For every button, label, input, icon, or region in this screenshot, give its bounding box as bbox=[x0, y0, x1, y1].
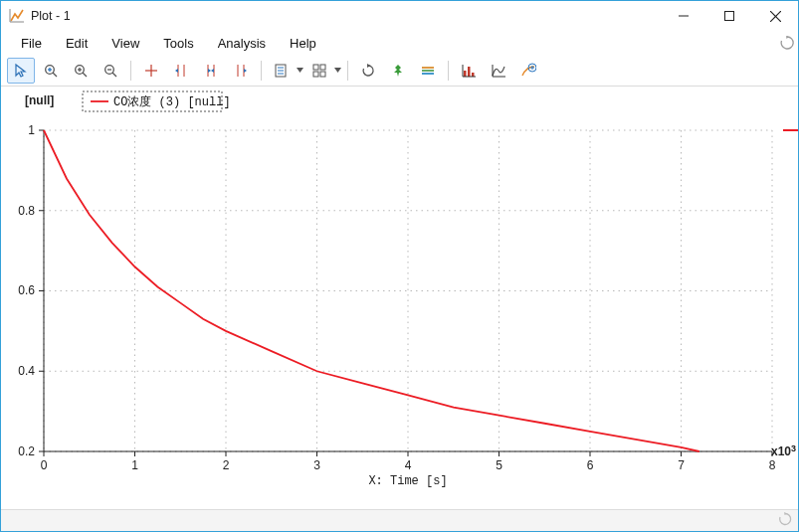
svg-marker-40 bbox=[367, 64, 371, 68]
svg-marker-29 bbox=[244, 69, 247, 73]
svg-marker-34 bbox=[297, 68, 303, 73]
x-ticks bbox=[44, 451, 772, 456]
svg-marker-99 bbox=[784, 512, 787, 515]
svg-marker-41 bbox=[394, 65, 402, 77]
svg-rect-36 bbox=[320, 65, 325, 70]
plot-svg: [null] CO浓度 (3) [null] bbox=[1, 87, 798, 507]
svg-rect-47 bbox=[472, 73, 475, 77]
menu-tools[interactable]: Tools bbox=[151, 31, 205, 55]
svg-rect-45 bbox=[464, 71, 467, 77]
pin-button[interactable] bbox=[384, 58, 412, 84]
legend: CO浓度 (3) [null] bbox=[83, 91, 231, 111]
svg-marker-25 bbox=[208, 69, 211, 73]
marker-right-button[interactable] bbox=[227, 58, 255, 84]
toolbar-separator bbox=[261, 61, 262, 81]
zoom-in-button[interactable] bbox=[67, 58, 95, 84]
menu-edit[interactable]: Edit bbox=[54, 31, 100, 55]
toolbar-separator bbox=[448, 61, 449, 81]
crosshair-button[interactable] bbox=[137, 58, 165, 84]
histogram-button[interactable] bbox=[455, 58, 483, 84]
menu-file[interactable]: File bbox=[9, 31, 54, 55]
svg-text:8: 8 bbox=[769, 458, 776, 472]
svg-line-16 bbox=[112, 73, 116, 77]
svg-text:7: 7 bbox=[678, 458, 685, 472]
svg-text:0.2: 0.2 bbox=[18, 444, 35, 458]
zoom-region-button[interactable] bbox=[37, 58, 65, 84]
svg-text:5: 5 bbox=[496, 458, 502, 472]
svg-marker-22 bbox=[175, 69, 178, 73]
toolbar-separator bbox=[347, 61, 348, 81]
x-exponent-label: x103 bbox=[771, 443, 796, 458]
app-icon bbox=[9, 8, 25, 24]
svg-rect-35 bbox=[313, 65, 318, 70]
add-plot-button[interactable] bbox=[514, 58, 542, 84]
y-axis-unit-label: [null] bbox=[25, 93, 54, 107]
svg-text:0.8: 0.8 bbox=[18, 204, 35, 218]
svg-text:0.4: 0.4 bbox=[18, 364, 35, 378]
svg-rect-37 bbox=[313, 72, 318, 77]
toolbar bbox=[1, 55, 798, 87]
y-ticks bbox=[39, 130, 44, 451]
svg-line-12 bbox=[83, 73, 87, 77]
status-refresh-icon[interactable] bbox=[778, 512, 792, 529]
x-tick-labels: 0 1 2 3 4 5 6 7 8 bbox=[41, 458, 776, 472]
y-tick-labels: 0.2 0.4 0.6 0.8 1 bbox=[18, 123, 35, 458]
svg-text:6: 6 bbox=[587, 458, 594, 472]
svg-rect-3 bbox=[725, 12, 734, 21]
svg-marker-26 bbox=[211, 69, 214, 73]
x-axis-label: X: Time [s] bbox=[368, 474, 447, 488]
svg-text:0.6: 0.6 bbox=[18, 283, 35, 297]
menu-bar: File Edit View Tools Analysis Help bbox=[1, 31, 798, 55]
close-button[interactable] bbox=[752, 1, 798, 31]
refresh-icon[interactable] bbox=[776, 31, 798, 55]
grid-layout-dropdown[interactable] bbox=[333, 68, 341, 73]
marker-left-button[interactable] bbox=[167, 58, 195, 84]
svg-rect-46 bbox=[468, 67, 471, 77]
menu-view[interactable]: View bbox=[100, 31, 151, 55]
properties-dropdown[interactable] bbox=[296, 68, 303, 73]
zoom-out-button[interactable] bbox=[97, 58, 124, 84]
svg-marker-39 bbox=[334, 68, 341, 73]
marker-both-button[interactable] bbox=[197, 58, 225, 84]
svg-text:1: 1 bbox=[28, 123, 35, 137]
toolbar-separator bbox=[130, 61, 131, 81]
title-bar: Plot - 1 bbox=[1, 1, 798, 31]
menu-analysis[interactable]: Analysis bbox=[206, 31, 278, 55]
data-series-line bbox=[44, 130, 699, 451]
maximize-button[interactable] bbox=[706, 1, 752, 31]
layers-button[interactable] bbox=[414, 58, 442, 84]
properties-button[interactable] bbox=[268, 58, 296, 84]
svg-text:1: 1 bbox=[131, 458, 138, 472]
menu-help[interactable]: Help bbox=[278, 31, 328, 55]
svg-text:4: 4 bbox=[405, 458, 412, 472]
minimize-button[interactable] bbox=[661, 1, 706, 31]
svg-text:2: 2 bbox=[223, 458, 230, 472]
plot-area[interactable]: [null] CO浓度 (3) [null] bbox=[1, 87, 798, 507]
grid-layout-button[interactable] bbox=[305, 58, 333, 84]
svg-rect-38 bbox=[320, 72, 325, 77]
svg-text:0: 0 bbox=[41, 458, 48, 472]
grid-horizontal bbox=[44, 130, 772, 451]
pointer-tool-button[interactable] bbox=[7, 58, 35, 84]
svg-line-8 bbox=[53, 73, 57, 77]
window-title: Plot - 1 bbox=[31, 9, 71, 23]
status-bar bbox=[1, 509, 798, 531]
svg-text:3: 3 bbox=[313, 458, 320, 472]
curve-tool-button[interactable] bbox=[485, 58, 512, 84]
legend-label: CO浓度 (3) [null] bbox=[113, 94, 231, 109]
reload-button[interactable] bbox=[354, 58, 382, 84]
